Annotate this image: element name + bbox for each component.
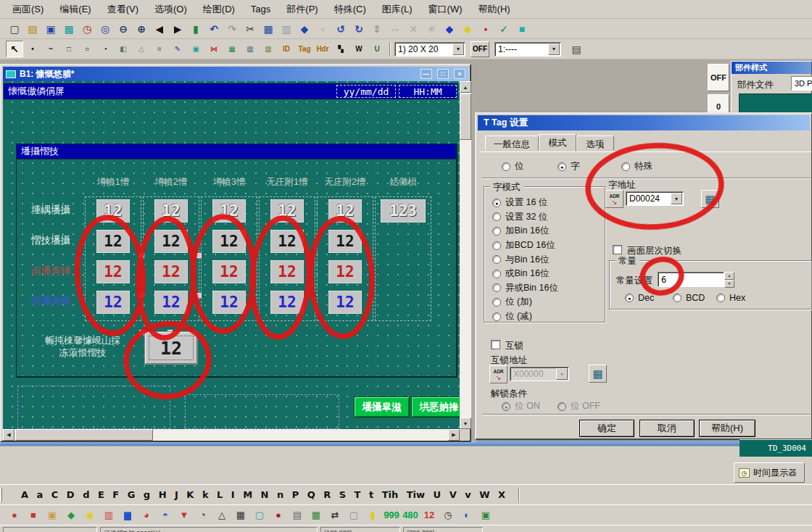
alarm-clock-icon[interactable]: ◷ [78,20,96,37]
function-switch-icon[interactable]: ■ [25,507,42,523]
meter-graph-icon[interactable]: ◔ [194,507,212,523]
numeric-tag[interactable]: 12 [328,260,362,283]
tag-letter-button[interactable]: g [144,489,150,500]
spin-down-icon[interactable]: ▼ [724,280,734,288]
numeric-tag[interactable]: 12 [328,199,362,223]
numeric-tag[interactable]: 12 [96,260,130,283]
maximize-button[interactable]: □ [437,69,449,79]
bcd-radio[interactable]: BCD [673,293,705,303]
horizontal-scrollbar[interactable]: ◀ ▶ [3,429,460,441]
tag-letter-button[interactable]: R [323,489,331,500]
copy-icon[interactable]: ▦ [260,20,277,37]
scroll-left-icon[interactable]: ◀ [3,429,14,441]
fit-shrink-icon[interactable]: ✕ [405,20,422,37]
time-display[interactable]: HH:MM [399,85,457,98]
menu-item[interactable]: 窗口(W) [420,1,471,18]
pie-graph-icon[interactable]: ◕ [138,507,155,523]
parts-block-icon[interactable]: ▮ [364,507,381,523]
rotate-ccw-icon[interactable]: ↺ [332,20,349,37]
file-item-icon[interactable]: ▢ [345,507,362,523]
numeric-tag[interactable]: 12 [270,291,304,314]
selection-handle[interactable] [196,253,202,258]
special-radio[interactable]: 特殊 [621,160,652,173]
tag-letter-button[interactable]: A [21,489,28,500]
numeric-tag[interactable]: 12 [270,260,304,283]
spreadsheet-icon[interactable]: ▦ [307,507,325,523]
find-icon[interactable]: ◎ [96,20,114,37]
menu-item[interactable]: 选项(O) [146,1,195,18]
tag-letter-button[interactable]: G [128,489,136,500]
selection-handle[interactable] [139,293,144,298]
tank-graph-icon[interactable]: ▼ [175,507,193,523]
interlock-address-picker-button[interactable]: ADR ↘ [489,365,508,383]
numeric-tag[interactable]: 12 [154,199,188,223]
tag-letter-button[interactable]: C [51,489,59,500]
menu-item[interactable]: 查看(V) [99,1,146,18]
numeric-tag[interactable]: 12 [212,260,246,283]
marker-pen-icon[interactable]: ✎ [169,41,186,57]
tag-letter-button[interactable]: N [261,489,269,500]
exit-door-icon[interactable]: ▮ [187,20,204,37]
rotate-cw-icon[interactable]: ↻ [350,20,368,37]
screen-level-checkbox[interactable] [613,245,622,254]
scroll-up-icon[interactable]: ▲ [460,81,471,93]
screen-copy-icon[interactable]: ▩ [60,20,78,37]
help-button[interactable]: 帮助(H) [699,420,755,437]
window-part-icon[interactable]: ▣ [477,507,494,523]
tab-general-info[interactable]: 一般信息 [485,136,539,151]
grid-size-dropdown[interactable]: 1) 20 X 20 ▼ [394,42,465,57]
menu-item[interactable]: 部件(P) [278,1,326,18]
chevron-down-icon[interactable]: ▼ [671,193,682,204]
tag-letter-button[interactable]: D [67,489,75,500]
paste-icon[interactable]: ▥ [278,20,295,37]
cut-icon[interactable]: ✂ [241,20,259,37]
tag-letter-button[interactable]: U [434,489,442,500]
screen-select-dropdown[interactable]: 1:---- ▼ [494,42,561,57]
numeric-tag[interactable]: 12 [96,291,130,314]
tag-letter-button[interactable]: Q [307,489,315,500]
fill-tool-icon[interactable]: ◧ [115,41,132,57]
cancel-button[interactable]: 取消 [639,420,695,437]
half-graph-icon[interactable]: ◓ [157,507,174,523]
date-display[interactable]: yy/mm/dd [336,85,396,98]
selector-switch-icon[interactable]: ◆ [62,507,80,523]
tag-letter-button[interactable]: Tiw [407,489,425,500]
ulib-icon[interactable]: U [368,41,386,57]
bit-switch-icon[interactable]: ● [6,507,23,523]
tag-letter-button[interactable]: v [465,489,471,500]
word-address-dropdown[interactable]: D00024 ▼ [626,191,684,206]
word-switch-icon[interactable]: ▣ [44,507,61,523]
tag-letter-button[interactable]: X [498,489,505,500]
numeric-tag[interactable]: 12 [212,230,246,253]
numeric-tag[interactable]: 12 [154,291,188,314]
tag-letter-button[interactable]: E [98,489,104,500]
window-titlebar[interactable]: B1: 慷慨悠腊* — □ × [3,67,468,81]
scroll-right-icon[interactable]: ▶ [448,429,460,441]
data-transfer-icon[interactable]: ⇄ [326,507,344,523]
scroll-thumb[interactable] [15,429,153,441]
tab-options[interactable]: 选项 [576,136,614,151]
alarm-lamp-icon[interactable]: ● [270,507,287,523]
word-mode-option[interactable]: ● 设置 16 位 [486,196,603,210]
part-file-dropdown[interactable]: 3D P [791,76,812,91]
dialog-titlebar[interactable]: T Tag 设置 [478,115,810,130]
numeric-tag[interactable]: 12 [270,230,304,253]
minimize-button[interactable]: — [420,69,432,79]
scroll-thumb[interactable] [460,93,471,140]
dot-tool-icon[interactable]: • [24,41,41,57]
mark-tool-icon[interactable]: ⋈ [205,41,223,57]
send-back-icon[interactable]: ◆ [459,20,476,37]
tag-letter-button[interactable]: T [355,489,361,500]
tab-mode[interactable]: 模式 [539,134,576,151]
tag-letter-button[interactable]: W [479,489,489,500]
numeric-tag[interactable]: 12 [154,230,188,253]
arc-tool-icon[interactable]: ◔ [96,41,114,57]
bit-radio[interactable]: 位 [502,160,524,173]
new-file-icon[interactable]: ▢ [6,20,23,37]
word-mode-option[interactable]: 加BCD 16位 [486,238,603,253]
bring-front-icon[interactable]: ◆ [441,20,458,37]
menu-item[interactable]: 特殊(C) [326,1,374,18]
tag-letter-button[interactable]: J [175,489,178,500]
image-icon[interactable]: ▦ [223,41,241,57]
tag-letter-button[interactable]: K [186,489,194,500]
